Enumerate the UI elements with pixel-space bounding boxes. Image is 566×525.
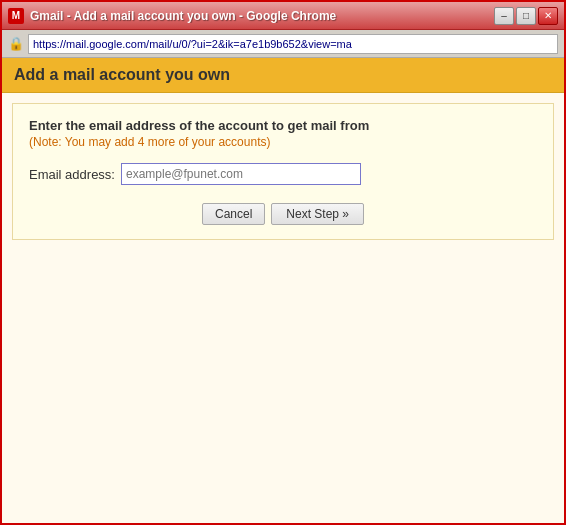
instruction-text: Enter the email address of the account t… — [29, 118, 537, 133]
cancel-button[interactable]: Cancel — [202, 203, 265, 225]
note-text: (Note: You may add 4 more of your accoun… — [29, 135, 537, 149]
close-button[interactable]: ✕ — [538, 7, 558, 25]
minimize-button[interactable]: – — [494, 7, 514, 25]
browser-icon: M — [8, 8, 24, 24]
url-input[interactable] — [28, 34, 558, 54]
email-row: Email address: — [29, 163, 537, 185]
window-title: Gmail - Add a mail account you own - Goo… — [30, 9, 494, 23]
maximize-button[interactable]: □ — [516, 7, 536, 25]
next-step-button[interactable]: Next Step » — [271, 203, 364, 225]
content-area: Add a mail account you own Enter the ema… — [2, 58, 564, 523]
page-header: Add a mail account you own — [2, 58, 564, 93]
page-title: Add a mail account you own — [14, 66, 552, 84]
email-label: Email address: — [29, 167, 115, 182]
lock-icon: 🔒 — [8, 36, 24, 51]
email-input[interactable] — [121, 163, 361, 185]
button-row: Cancel Next Step » — [29, 203, 537, 225]
browser-window: M Gmail - Add a mail account you own - G… — [0, 0, 566, 525]
window-controls: – □ ✕ — [494, 7, 558, 25]
form-section: Enter the email address of the account t… — [12, 103, 554, 240]
title-bar: M Gmail - Add a mail account you own - G… — [2, 2, 564, 30]
address-bar: 🔒 — [2, 30, 564, 58]
